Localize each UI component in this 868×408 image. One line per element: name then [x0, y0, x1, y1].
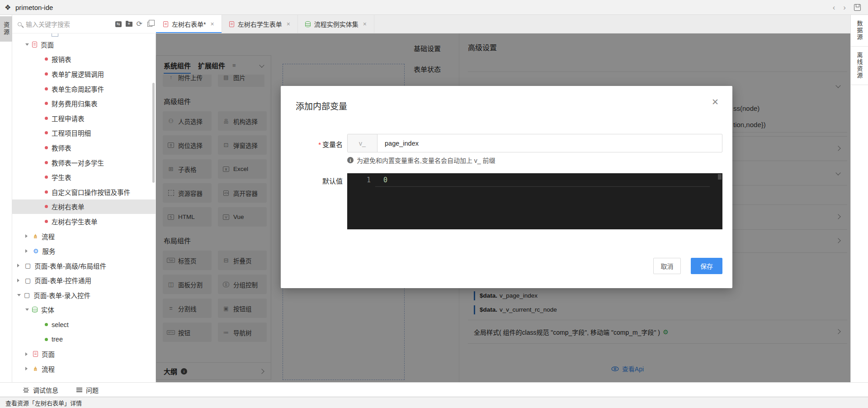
collapse-all-icon[interactable] — [147, 22, 152, 27]
tree-item-icon: ⋔ — [33, 233, 38, 239]
tree-item[interactable]: 自定义窗口操作按钮及事件 — [12, 185, 156, 199]
tree-item-label: 页面 — [42, 349, 55, 359]
tree-item[interactable]: 表单扩展逻辑调用 — [12, 66, 156, 81]
tree-item-icon — [32, 42, 37, 47]
tree-item[interactable]: 学生表 — [12, 170, 156, 185]
editor-tab[interactable]: 流程实例实体集 × — [298, 15, 374, 33]
tree-item-label: 左树右表单 — [52, 202, 85, 211]
cancel-button[interactable]: 取消 — [653, 258, 681, 274]
tree-item-icon: ⋔ — [33, 366, 38, 372]
tree-item-icon — [45, 338, 48, 341]
debug-info-button[interactable]: 调试信息 — [23, 385, 58, 394]
tab-label: 左树右表单* — [172, 19, 206, 28]
editor-tab[interactable]: 左树右表单* × — [156, 15, 222, 33]
tree-item-icon — [33, 351, 38, 357]
tree-item-label: 页面 — [41, 40, 54, 49]
expand-arrow-icon[interactable] — [25, 249, 28, 253]
tree-item-icon: ▢ — [24, 292, 30, 298]
close-tab-icon[interactable]: × — [363, 20, 367, 28]
problems-list-icon — [76, 388, 82, 389]
resource-tree-panel: 页面 报销表 表单扩展逻辑调用 表单生命周起事件 财务费用归集表 — [12, 33, 156, 382]
problems-button[interactable]: 问题 — [76, 385, 99, 394]
tree-item[interactable]: 左树右表单 — [12, 199, 156, 214]
tree-item[interactable]: 工程申请表 — [12, 111, 156, 126]
tree-item[interactable]: ▢ 页面-表单-录入控件 — [12, 288, 156, 303]
save-button[interactable]: 保存 — [691, 258, 722, 274]
editor-scrollbar[interactable] — [718, 174, 722, 180]
import-resource-icon[interactable]: ⇆ — [115, 21, 122, 27]
variable-prefix-addon: v_ — [348, 134, 377, 152]
expand-arrow-icon[interactable] — [17, 264, 19, 267]
expand-arrow-icon[interactable] — [25, 352, 28, 356]
tree-item[interactable]: 表单生命周起事件 — [12, 81, 156, 96]
tree-item[interactable]: 工程项目明细 — [12, 126, 156, 141]
rail-tab-offline-resources[interactable]: 离线资源 — [851, 47, 868, 85]
tree-item[interactable]: ⚙ 服务 — [12, 243, 156, 258]
history-forward-icon[interactable]: › — [843, 4, 846, 11]
expand-arrow-icon[interactable] — [25, 43, 29, 46]
tree-item[interactable]: 报销表 — [12, 52, 156, 67]
editor-code-content[interactable]: 0 — [383, 176, 387, 184]
tree-item[interactable]: 实体 — [12, 303, 156, 318]
tree-item[interactable]: 财务费用归集表 — [12, 96, 156, 111]
right-rail: 数据源 离线资源 — [850, 15, 868, 382]
variable-name-input[interactable] — [377, 134, 722, 152]
close-tab-icon[interactable]: × — [210, 20, 214, 28]
app-logo-icon: ❖ — [5, 4, 12, 11]
tree-item[interactable]: ⋔ 流程 — [12, 229, 156, 244]
tree-item-icon — [45, 87, 48, 90]
new-folder-icon[interactable]: + — [126, 22, 132, 27]
ide-window: ❖ primeton-ide ‹ › 资源 输入关键字搜索 ⇆ + ⟳ 左树右表… — [0, 0, 868, 408]
rail-tab-datasource[interactable]: 数据源 — [851, 15, 868, 47]
tree-item-label: 表单生命周起事件 — [52, 84, 104, 94]
tree-item-icon — [45, 190, 48, 194]
bottom-bar: 调试信息 问题 — [0, 382, 868, 397]
tree-scrollbar[interactable] — [152, 83, 155, 183]
variable-name-input-group: v_ — [347, 134, 722, 152]
expand-arrow-icon[interactable] — [17, 279, 19, 282]
search-input[interactable]: 输入关键字搜索 — [26, 19, 115, 28]
add-internal-variable-dialog: 添加内部变量 ✕ *变量名 v_ i 为避免和内置变量重名,变量名会自动加上 v… — [281, 86, 732, 288]
tree-item[interactable]: 左树右学生表单 — [12, 214, 156, 229]
tree-item-icon: ▢ — [25, 277, 31, 284]
dialog-buttons: 取消 保存 — [653, 258, 722, 274]
tree-item-label: 工程申请表 — [52, 114, 85, 123]
tree-item[interactable]: tree — [12, 332, 156, 347]
tree-item-label: 教师表一对多学生 — [52, 158, 104, 167]
tree-item[interactable]: ▢ 页面-表单-控件通用 — [12, 273, 156, 288]
tree-item[interactable]: 教师表 — [12, 140, 156, 155]
resource-tree: 页面 报销表 表单扩展逻辑调用 表单生命周起事件 财务费用归集表 — [12, 33, 156, 376]
close-tab-icon[interactable]: × — [287, 20, 290, 28]
refresh-icon[interactable]: ⟳ — [137, 20, 142, 28]
tree-item[interactable]: ▢ 页面-表单-高级/布局组件 — [12, 258, 156, 273]
tree-item[interactable]: select — [12, 317, 156, 332]
tree-item-icon — [45, 102, 48, 105]
dialog-title: 添加内部变量 — [296, 100, 347, 112]
tree-item-label: 流程 — [42, 232, 55, 241]
tree-item[interactable]: 教师表一对多学生 — [12, 155, 156, 170]
editor-tab[interactable]: 左树右学生表单 × — [222, 15, 298, 33]
expand-arrow-icon[interactable] — [25, 234, 28, 238]
tree-item-icon — [45, 205, 48, 208]
tab-file-icon — [163, 21, 168, 27]
tree-item-icon — [45, 176, 48, 179]
expand-arrow-icon[interactable] — [25, 367, 28, 370]
tree-item-icon: ⚙ — [33, 248, 39, 254]
close-dialog-icon[interactable]: ✕ — [712, 98, 719, 106]
save-icon[interactable] — [854, 4, 861, 11]
tree-item[interactable]: 页面 — [12, 37, 156, 52]
tree-item-label: 页面-表单-录入控件 — [33, 290, 90, 300]
tree-item-label: 页面-表单-控件通用 — [34, 275, 91, 285]
rail-tab-resources[interactable]: 资源 — [0, 16, 12, 42]
info-icon: i — [347, 157, 354, 163]
history-back-icon[interactable]: ‹ — [833, 4, 835, 11]
tree-item-label: 流程 — [42, 364, 55, 374]
default-value-code-editor[interactable]: 1 0 — [347, 173, 722, 229]
tree-item[interactable]: 页面 — [12, 346, 156, 361]
tree-item-partial-icon — [52, 33, 58, 37]
tree-item[interactable]: ⋔ 流程 — [12, 361, 156, 376]
expand-arrow-icon[interactable] — [17, 294, 21, 296]
default-value-label: 默认值 — [281, 176, 343, 185]
expand-arrow-icon[interactable] — [25, 308, 29, 311]
title-bar: ❖ primeton-ide ‹ › — [0, 0, 868, 15]
